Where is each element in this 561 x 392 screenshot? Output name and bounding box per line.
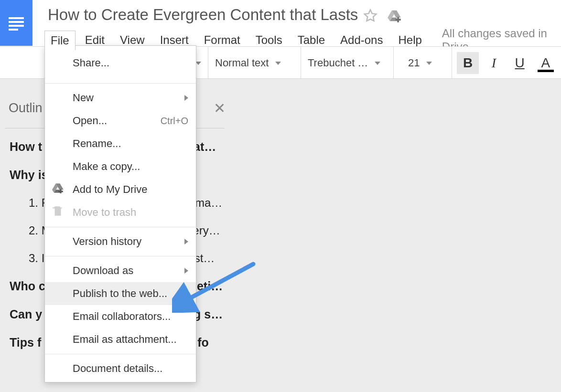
outline-item-trail: g s… [194, 307, 223, 321]
outline-item-label: How t [10, 140, 42, 153]
menu-item-label: Email collaborators... [73, 310, 171, 323]
underline-glyph: U [515, 55, 525, 71]
svg-rect-7 [58, 191, 63, 192]
file-menu-download-as[interactable]: Download as [45, 259, 196, 282]
svg-rect-5 [396, 19, 401, 21]
hamburger-lines-icon [7, 13, 26, 32]
menu-separator [45, 227, 196, 227]
menu-item-shortcut: Ctrl+O [161, 116, 188, 127]
star-icon[interactable] [363, 9, 378, 25]
outline-title: Outlin [9, 101, 43, 116]
text-color-glyph: A [541, 55, 550, 71]
outline-item-trail: st… [194, 252, 215, 265]
trash-icon [52, 205, 64, 220]
add-to-drive-icon[interactable] [387, 9, 401, 25]
submenu-arrow-icon [184, 239, 188, 244]
document-title[interactable]: How to Create Evergreen Content that Las… [48, 6, 358, 24]
file-menu-move-to-trash: Move to trash [45, 201, 196, 224]
paragraph-style-label: Normal text [215, 57, 269, 69]
outline-item-label: Tips f [10, 336, 41, 349]
outline-item-label: Can y [10, 307, 42, 321]
close-icon[interactable]: ✕ [214, 100, 226, 117]
menu-item-label: Rename... [73, 138, 121, 150]
menu-item-label: New [73, 92, 94, 104]
menu-item-label: Add to My Drive [73, 183, 148, 196]
menu-item-label: Email as attachment... [73, 333, 177, 346]
outline-item-trail: at… [194, 140, 216, 153]
menu-item-label: Share... [73, 57, 109, 69]
submenu-arrow-icon [184, 95, 188, 101]
menu-file[interactable]: File [44, 31, 76, 50]
text-color-button[interactable]: A [535, 52, 557, 74]
file-menu-publish-to-web[interactable]: Publish to the web... [45, 282, 196, 305]
text-color-swatch [538, 70, 554, 72]
file-menu-open[interactable]: Open... Ctrl+O [45, 109, 196, 132]
underline-button[interactable]: U [509, 52, 531, 74]
svg-rect-2 [9, 25, 24, 27]
font-family-label: Trebuchet … [308, 57, 368, 69]
file-menu-add-to-drive[interactable]: Add to My Drive [45, 178, 196, 201]
file-menu-dropdown: Share... New Open... Ctrl+O Rename... Ma… [44, 45, 196, 382]
menu-item-label: Publish to the web... [73, 287, 167, 300]
svg-rect-0 [9, 17, 24, 19]
file-menu-new[interactable]: New [45, 86, 196, 109]
svg-rect-1 [9, 21, 24, 23]
menu-item-label: Version history [73, 235, 141, 248]
file-menu-email-attachment[interactable]: Email as attachment... [45, 328, 196, 351]
outline-item-trail: ery… [193, 224, 220, 237]
menu-item-label: Open... [73, 115, 107, 127]
chevron-down-icon [275, 62, 281, 65]
chevron-down-icon [426, 62, 432, 65]
font-size-select[interactable]: 21 [393, 47, 452, 79]
file-menu-version-history[interactable]: Version history [45, 230, 196, 253]
menu-separator [45, 354, 196, 354]
menu-separator [45, 83, 196, 84]
menu-separator [45, 256, 196, 256]
file-menu-make-copy[interactable]: Make a copy... [45, 155, 196, 178]
svg-rect-3 [9, 29, 18, 31]
chevron-down-icon [375, 62, 380, 65]
menu-item-label: Move to trash [73, 206, 136, 219]
menu-item-label: Document details... [73, 362, 162, 375]
font-size-label: 21 [408, 57, 420, 69]
italic-button[interactable]: I [483, 52, 505, 74]
file-menu-email-collaborators[interactable]: Email collaborators... [45, 305, 196, 328]
bold-button[interactable]: B [457, 52, 479, 74]
file-menu-rename[interactable]: Rename... [45, 132, 196, 155]
outline-item-trail: ma… [195, 196, 222, 209]
file-menu-document-details[interactable]: Document details... [45, 357, 196, 380]
drive-add-icon [52, 182, 64, 197]
font-family-select[interactable]: Trebuchet … [301, 47, 393, 79]
menu-item-label: Download as [73, 265, 133, 277]
file-menu-share[interactable]: Share... [45, 46, 196, 80]
outline-item-trail: eti… [197, 279, 223, 293]
submenu-arrow-icon [184, 268, 188, 274]
menu-item-label: Make a copy... [73, 160, 140, 173]
outline-item-trail: fo [197, 336, 209, 349]
docs-app-icon[interactable] [0, 0, 32, 46]
paragraph-style-select[interactable]: Normal text [208, 47, 301, 79]
outline-item-label: Why is [10, 168, 48, 181]
outline-item-label: Who c [10, 279, 45, 293]
